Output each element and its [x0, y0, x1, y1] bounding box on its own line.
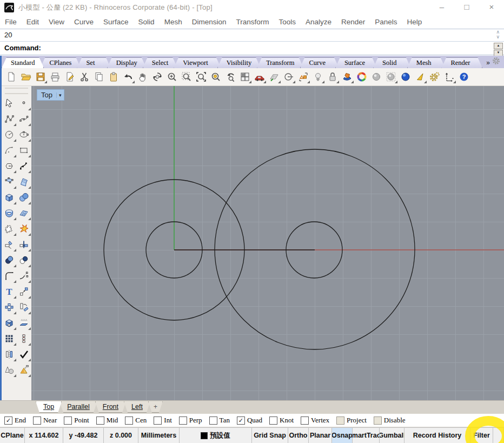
toolbar-tab-display[interactable]: Display	[107, 57, 147, 68]
render-icon[interactable]	[399, 70, 413, 84]
check-tool-icon[interactable]	[17, 346, 31, 362]
surface-points-tool-icon[interactable]	[2, 174, 17, 189]
osnap-checkbox-vertex[interactable]	[301, 416, 309, 425]
osnap-end[interactable]: ✓End	[4, 416, 26, 425]
osnap-checkbox-tan[interactable]	[209, 416, 217, 425]
polyline-tool-icon[interactable]	[2, 111, 17, 127]
cylinder-tool-icon[interactable]	[2, 205, 17, 221]
render-shade-tool-icon[interactable]	[17, 362, 31, 378]
curve-tool-icon[interactable]	[17, 111, 31, 127]
render-region-icon[interactable]	[384, 70, 398, 84]
solid-tools-tool-icon[interactable]	[2, 315, 17, 330]
zoom-dynamic-icon[interactable]	[165, 70, 179, 84]
status-z-0-000[interactable]: z 0.000	[104, 428, 138, 443]
osnap-checkbox-quad[interactable]: ✓	[237, 416, 245, 425]
lock-icon[interactable]	[326, 70, 340, 84]
array-tool-icon[interactable]	[2, 330, 17, 346]
osnap-disable[interactable]: Disable	[374, 416, 406, 425]
command-scroll-arrows-icon[interactable]: ∧∨	[496, 30, 500, 39]
toolbar-tab-mesh-tools[interactable]: Mesh Tools	[407, 57, 446, 68]
osnap-vertex[interactable]: Vertex	[301, 416, 329, 425]
undo-view-icon[interactable]	[223, 70, 237, 84]
status-ortho[interactable]: Ortho	[288, 428, 309, 443]
polygon-tool-icon[interactable]	[2, 158, 17, 174]
explode-tool-icon[interactable]	[17, 221, 31, 236]
status-gumball[interactable]: Gumball	[380, 428, 404, 443]
osnap-tan[interactable]: Tan	[209, 416, 230, 425]
status-grid-snap[interactable]: Grid Snap	[252, 428, 288, 443]
menu-panels[interactable]: Panels	[370, 18, 402, 26]
viewport-tab-parallel[interactable]: Parallel	[59, 401, 97, 413]
trim-tool-icon[interactable]	[2, 236, 17, 252]
status-預設值[interactable]: 預設值	[180, 428, 252, 443]
osnap-knot[interactable]: Knot	[269, 416, 294, 425]
fillet-curve-tool-icon[interactable]	[2, 268, 17, 283]
osnap-checkbox-perp[interactable]	[179, 416, 187, 425]
osnap-checkbox-knot[interactable]	[269, 416, 277, 425]
zoom-target-icon[interactable]	[296, 70, 310, 84]
menu-edit[interactable]: Edit	[22, 18, 44, 26]
array-linear-tool-icon[interactable]	[17, 330, 31, 346]
shade-view-icon[interactable]	[340, 70, 354, 84]
render-wheel-icon[interactable]	[355, 70, 369, 84]
help-icon[interactable]: ?	[457, 70, 471, 84]
new-viewport-tab-button[interactable]: +	[148, 401, 163, 413]
select-tool-icon[interactable]	[2, 95, 17, 111]
status-millimeters[interactable]: Millimeters	[138, 428, 180, 443]
boolean-difference-tool-icon[interactable]	[17, 252, 31, 268]
toolbar-tab-surface-tools[interactable]: Surface Tools	[335, 57, 377, 68]
status-y-49-482[interactable]: y -49.482	[63, 428, 104, 443]
copy-icon[interactable]	[92, 70, 106, 84]
sidebar-grip[interactable]	[5, 88, 28, 94]
status-extra[interactable]	[493, 428, 504, 443]
viewport-title[interactable]: Top	[37, 91, 56, 99]
tab-overflow-chevron-icon[interactable]: »	[485, 57, 492, 68]
viewport-tab-left[interactable]: Left	[124, 401, 150, 413]
maximize-button[interactable]: □	[454, 0, 479, 14]
menu-view[interactable]: View	[44, 18, 69, 26]
viewport-canvas[interactable]	[31, 86, 504, 400]
status-osnap[interactable]: Osnap	[332, 428, 353, 443]
freeform-curve-tool-icon[interactable]	[17, 158, 31, 174]
flashlight-icon[interactable]	[413, 70, 427, 84]
dimension-tools-icon[interactable]	[442, 70, 456, 84]
rotate-view-icon[interactable]	[150, 70, 164, 84]
toolbar-tab-standard[interactable]: Standard	[2, 57, 44, 68]
menu-solid[interactable]: Solid	[134, 18, 160, 26]
osnap-near[interactable]: Near	[33, 416, 57, 425]
status-planar[interactable]: Planar	[309, 428, 332, 443]
osnap-checkbox-cen[interactable]	[125, 416, 133, 425]
zoom-window-icon[interactable]	[180, 70, 194, 84]
rectangle-tool-icon[interactable]	[17, 142, 31, 158]
status-cplane[interactable]: CPlane	[0, 428, 25, 443]
status-smarttrack[interactable]: SmartTrack	[353, 428, 380, 443]
boolean-union-tool-icon[interactable]	[2, 252, 17, 268]
viewport-dropdown-icon[interactable]: ▾	[56, 92, 64, 98]
surface-loft-tool-icon[interactable]	[17, 174, 31, 189]
close-button[interactable]: ×	[479, 0, 504, 14]
osnap-point[interactable]: Point	[64, 416, 89, 425]
viewport-layout-icon[interactable]	[238, 70, 252, 84]
toolbar-tab-render-tools[interactable]: Render Tools	[441, 57, 482, 68]
toolbar-tab-solid-tools[interactable]: Solid Tools	[373, 57, 411, 68]
osnap-project[interactable]: Project	[336, 416, 367, 425]
osnap-checkbox-int[interactable]	[154, 416, 162, 425]
toolbar-tab-select[interactable]: Select	[143, 57, 178, 68]
viewport-tab-top[interactable]: Top	[36, 401, 62, 413]
options-icon[interactable]	[428, 70, 442, 84]
copy-objects-tool-icon[interactable]	[2, 299, 17, 315]
menu-analyze[interactable]: Analyze	[301, 18, 336, 26]
command-spinner[interactable]: ▲ ▼	[494, 43, 503, 57]
extend-curve-tool-icon[interactable]	[17, 268, 31, 283]
osnap-quad[interactable]: ✓Quad	[237, 416, 262, 425]
status-record-history[interactable]: Record History	[404, 428, 470, 443]
menu-curve[interactable]: Curve	[69, 18, 98, 26]
render-preview-icon[interactable]	[369, 70, 383, 84]
toolbar-tab-viewport-layout[interactable]: Viewport Layout	[174, 57, 221, 68]
sphere-tool-icon[interactable]	[17, 189, 31, 205]
menu-surface[interactable]: Surface	[98, 18, 134, 26]
open-file-icon[interactable]	[19, 70, 33, 84]
osnap-checkbox-point[interactable]	[64, 416, 72, 425]
text-tool-icon[interactable]: T	[2, 283, 17, 299]
osnap-checkbox-disable[interactable]	[374, 416, 382, 425]
